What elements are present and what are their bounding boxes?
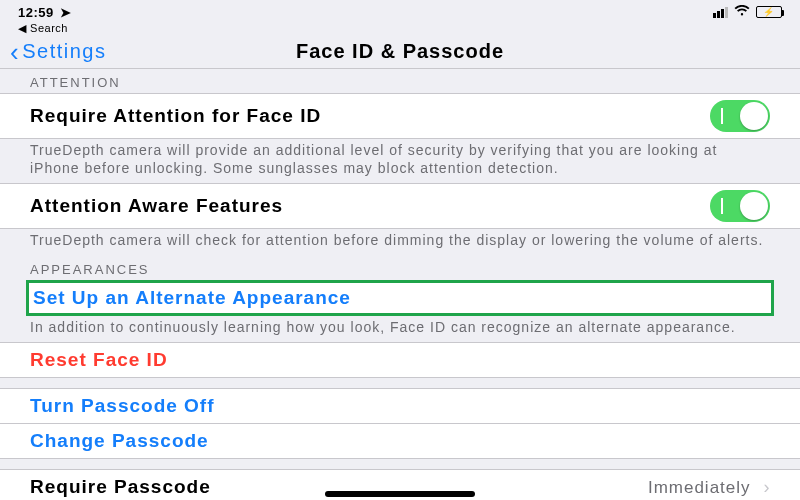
- require-attention-footer: TrueDepth camera will provide an additio…: [0, 139, 800, 183]
- attention-aware-label: Attention Aware Features: [30, 195, 283, 217]
- attention-aware-footer: TrueDepth camera will check for attentio…: [0, 229, 800, 256]
- section-header-appearances: APPEARANCES: [0, 256, 800, 280]
- require-attention-toggle[interactable]: [710, 100, 770, 132]
- alternate-appearance-label: Set Up an Alternate Appearance: [33, 287, 351, 309]
- section-header-attention: ATTENTION: [0, 69, 800, 93]
- attention-aware-toggle[interactable]: [710, 190, 770, 222]
- turn-passcode-off-row[interactable]: Turn Passcode Off: [0, 388, 800, 424]
- chevron-left-icon: ‹: [10, 39, 20, 65]
- nav-bar: ‹ Settings Face ID & Passcode: [0, 35, 800, 69]
- back-button[interactable]: ‹ Settings: [10, 39, 106, 65]
- cellular-icon: [713, 7, 728, 18]
- require-attention-row[interactable]: Require Attention for Face ID: [0, 93, 800, 139]
- battery-icon: ⚡: [756, 6, 782, 18]
- change-passcode-label: Change Passcode: [30, 430, 209, 452]
- alternate-appearance-row[interactable]: Set Up an Alternate Appearance: [29, 283, 771, 313]
- require-attention-label: Require Attention for Face ID: [30, 105, 321, 127]
- status-bar: 12:59 ➤ ⚡: [0, 0, 800, 24]
- status-time: 12:59: [18, 5, 54, 20]
- change-passcode-row[interactable]: Change Passcode: [0, 424, 800, 459]
- chevron-right-icon: ›: [764, 477, 771, 497]
- reset-faceid-row[interactable]: Reset Face ID: [0, 342, 800, 378]
- turn-passcode-off-label: Turn Passcode Off: [30, 395, 215, 417]
- reset-faceid-label: Reset Face ID: [30, 349, 168, 371]
- attention-aware-row[interactable]: Attention Aware Features: [0, 183, 800, 229]
- require-passcode-value: Immediately: [648, 478, 751, 497]
- location-icon: ➤: [60, 5, 72, 20]
- home-indicator[interactable]: [325, 491, 475, 497]
- wifi-icon: [734, 5, 750, 20]
- highlight-annotation: Set Up an Alternate Appearance: [26, 280, 774, 316]
- require-passcode-label: Require Passcode: [30, 476, 211, 498]
- alternate-appearance-footer: In addition to continuously learning how…: [0, 316, 800, 343]
- back-label: Settings: [22, 40, 106, 63]
- page-title: Face ID & Passcode: [296, 40, 504, 63]
- back-to-app[interactable]: ◀ Search: [0, 22, 800, 35]
